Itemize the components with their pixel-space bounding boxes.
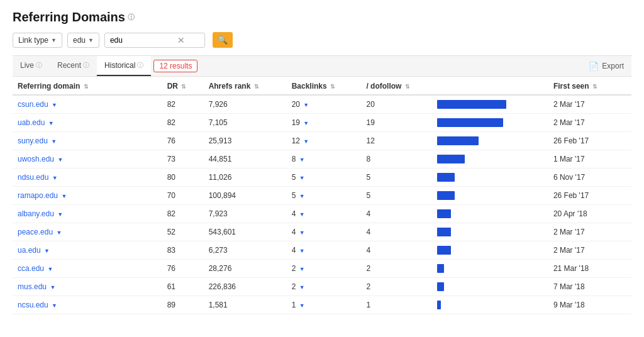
edu-label: edu bbox=[73, 36, 86, 45]
bar-container-6 bbox=[437, 209, 513, 218]
export-button[interactable]: 📄 Export bbox=[581, 58, 631, 75]
cell-firstseen-2: 26 Feb '17 bbox=[548, 132, 631, 150]
domain-caret-4[interactable]: ▼ bbox=[52, 175, 58, 181]
backlinks-caret-11[interactable]: ▼ bbox=[299, 302, 305, 309]
domain-link-8[interactable]: ua.edu bbox=[18, 246, 41, 255]
backlinks-caret-10[interactable]: ▼ bbox=[299, 284, 305, 290]
bar-container-5 bbox=[437, 191, 513, 200]
cell-bar-5 bbox=[432, 187, 548, 205]
table-row: ndsu.edu ▼ 80 11,026 5 ▼ 5 6 Nov '17 bbox=[13, 168, 631, 187]
link-type-label: Link type bbox=[18, 36, 48, 45]
sort-firstseen-icon[interactable]: ⇅ bbox=[592, 84, 597, 90]
backlinks-caret-7[interactable]: ▼ bbox=[299, 229, 305, 236]
tab-live-info-icon[interactable]: ⓘ bbox=[36, 61, 42, 70]
backlinks-num-2: 12 bbox=[292, 136, 300, 145]
domain-caret-8[interactable]: ▼ bbox=[44, 248, 50, 254]
domain-caret-7[interactable]: ▼ bbox=[56, 229, 62, 236]
domain-caret-0[interactable]: ▼ bbox=[52, 102, 57, 108]
domain-link-6[interactable]: albany.edu bbox=[18, 209, 54, 218]
bar-container-7 bbox=[437, 228, 513, 236]
cell-ahrefs-11: 1,581 bbox=[204, 296, 287, 314]
bar-10 bbox=[437, 282, 444, 291]
cell-firstseen-11: 9 Mar '18 bbox=[548, 296, 631, 314]
domain-link-0[interactable]: csun.edu bbox=[18, 100, 48, 109]
cell-dofollow-1: 19 bbox=[361, 114, 432, 132]
col-header-dofollow: / dofollow ⇅ bbox=[361, 77, 432, 95]
tabs-bar: Live ⓘ Recent ⓘ Historical ⓘ 12 results … bbox=[13, 55, 631, 77]
domain-link-7[interactable]: peace.edu bbox=[18, 228, 53, 236]
cell-bar-1 bbox=[432, 114, 548, 132]
domain-link-2[interactable]: suny.edu bbox=[18, 136, 48, 145]
cell-bar-11 bbox=[432, 296, 548, 314]
cell-dofollow-5: 5 bbox=[361, 187, 432, 205]
backlinks-num-6: 4 bbox=[292, 209, 296, 218]
backlinks-caret-2[interactable]: ▼ bbox=[303, 138, 309, 145]
tab-recent-info-icon[interactable]: ⓘ bbox=[83, 61, 89, 70]
sort-dr-icon[interactable]: ⇅ bbox=[181, 84, 186, 90]
cell-firstseen-6: 20 Apr '18 bbox=[548, 205, 631, 223]
title-info-icon[interactable]: ⓘ bbox=[128, 13, 135, 22]
domain-link-4[interactable]: ndsu.edu bbox=[18, 173, 48, 182]
backlinks-caret-9[interactable]: ▼ bbox=[299, 266, 305, 272]
sort-backlinks-icon[interactable]: ⇅ bbox=[330, 84, 335, 90]
cell-bar-3 bbox=[432, 150, 548, 168]
cell-backlinks-4: 5 ▼ bbox=[287, 168, 362, 187]
domain-caret-11[interactable]: ▼ bbox=[52, 302, 57, 309]
backlinks-caret-5[interactable]: ▼ bbox=[299, 193, 305, 199]
edu-caret-icon: ▼ bbox=[88, 37, 94, 43]
backlinks-caret-8[interactable]: ▼ bbox=[299, 248, 305, 254]
cell-dr-0: 82 bbox=[162, 95, 204, 114]
domain-link-5[interactable]: ramapo.edu bbox=[18, 191, 58, 200]
edu-dropdown[interactable]: edu ▼ bbox=[67, 33, 99, 48]
tab-recent[interactable]: Recent ⓘ bbox=[50, 56, 97, 76]
domain-link-1[interactable]: uab.edu bbox=[18, 118, 45, 127]
backlinks-num-7: 4 bbox=[292, 228, 296, 236]
backlinks-caret-0[interactable]: ▼ bbox=[303, 102, 309, 108]
clear-search-button[interactable]: ✕ bbox=[177, 35, 185, 45]
sort-domain-icon[interactable]: ⇅ bbox=[84, 84, 89, 90]
backlinks-num-5: 5 bbox=[292, 191, 296, 200]
table-row: uab.edu ▼ 82 7,105 19 ▼ 19 2 Mar '17 bbox=[13, 114, 631, 132]
cell-firstseen-4: 6 Nov '17 bbox=[548, 168, 631, 187]
filter-bar: Link type ▼ edu ▼ ✕ 🔍 bbox=[13, 32, 631, 48]
domain-link-10[interactable]: mus.edu bbox=[18, 282, 47, 291]
backlinks-caret-1[interactable]: ▼ bbox=[303, 120, 309, 126]
domain-caret-9[interactable]: ▼ bbox=[47, 266, 53, 272]
domain-caret-3[interactable]: ▼ bbox=[57, 157, 63, 163]
cell-dofollow-7: 4 bbox=[361, 223, 432, 241]
sort-ahrefs-icon[interactable]: ⇅ bbox=[254, 84, 259, 90]
domain-link-11[interactable]: ncsu.edu bbox=[18, 301, 48, 309]
domain-caret-1[interactable]: ▼ bbox=[48, 120, 54, 126]
table-row: mus.edu ▼ 61 226,836 2 ▼ 2 7 Mar '18 bbox=[13, 278, 631, 296]
cell-domain-7: peace.edu ▼ bbox=[13, 223, 162, 241]
domain-caret-6[interactable]: ▼ bbox=[57, 211, 63, 218]
link-type-dropdown[interactable]: Link type ▼ bbox=[13, 33, 62, 48]
cell-backlinks-1: 19 ▼ bbox=[287, 114, 362, 132]
sort-dofollow-icon[interactable]: ⇅ bbox=[405, 84, 410, 90]
bar-container-0 bbox=[437, 100, 513, 109]
backlinks-caret-4[interactable]: ▼ bbox=[299, 175, 305, 181]
bar-6 bbox=[437, 209, 451, 218]
col-header-dr: DR ⇅ bbox=[162, 77, 204, 95]
backlinks-caret-3[interactable]: ▼ bbox=[299, 157, 305, 163]
export-icon: 📄 bbox=[589, 62, 599, 71]
tab-live[interactable]: Live ⓘ bbox=[13, 56, 50, 76]
bar-0 bbox=[437, 100, 506, 109]
domain-caret-5[interactable]: ▼ bbox=[61, 193, 67, 199]
tab-historical[interactable]: Historical ⓘ bbox=[97, 56, 151, 76]
backlinks-caret-6[interactable]: ▼ bbox=[299, 211, 305, 218]
cell-firstseen-10: 7 Mar '18 bbox=[548, 278, 631, 296]
cell-dofollow-2: 12 bbox=[361, 132, 432, 150]
domain-caret-2[interactable]: ▼ bbox=[51, 138, 57, 145]
domain-caret-10[interactable]: ▼ bbox=[50, 284, 55, 290]
domain-link-3[interactable]: uwosh.edu bbox=[18, 155, 54, 163]
cell-dr-5: 70 bbox=[162, 187, 204, 205]
tab-historical-info-icon[interactable]: ⓘ bbox=[137, 61, 143, 70]
search-input[interactable] bbox=[104, 33, 205, 48]
domain-link-9[interactable]: cca.edu bbox=[18, 264, 44, 273]
cell-dofollow-0: 20 bbox=[361, 95, 432, 114]
cell-dofollow-9: 2 bbox=[361, 260, 432, 278]
cell-dr-7: 52 bbox=[162, 223, 204, 241]
search-go-button[interactable]: 🔍 bbox=[213, 32, 233, 48]
backlinks-num-4: 5 bbox=[292, 173, 296, 182]
